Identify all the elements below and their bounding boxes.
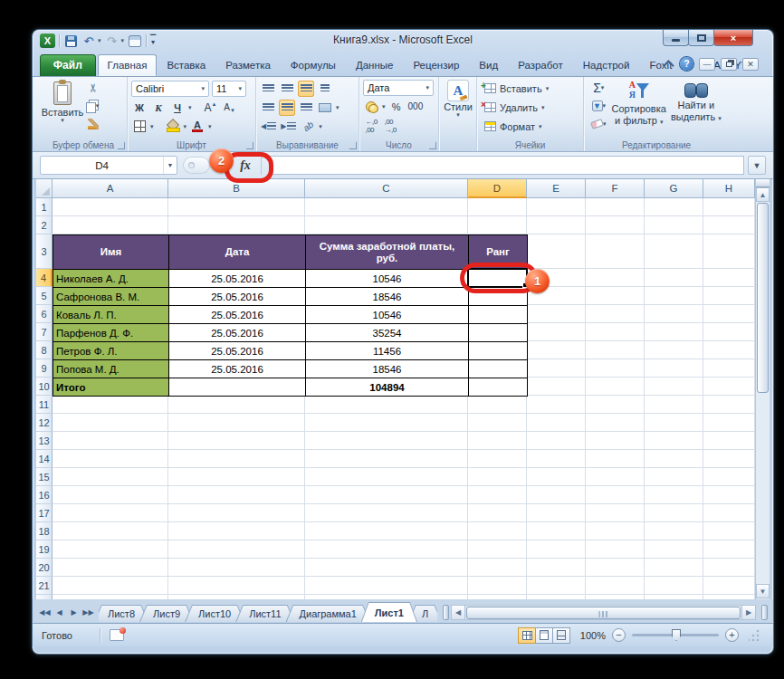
cell-H8[interactable] xyxy=(703,341,755,359)
cell-H1[interactable] xyxy=(703,198,755,216)
select-all-corner[interactable] xyxy=(36,179,53,198)
sheet-tab-лист11[interactable]: Лист11 xyxy=(235,605,294,622)
cell-G20[interactable] xyxy=(645,559,703,577)
tab-file[interactable]: Файл xyxy=(40,54,96,76)
cell-F1[interactable] xyxy=(586,198,645,216)
cell-C2[interactable] xyxy=(305,216,468,234)
accounting-dropdown-icon[interactable]: ▾ xyxy=(382,104,386,110)
cell-H6[interactable] xyxy=(703,305,755,323)
cell-G1[interactable] xyxy=(645,198,703,216)
table-cell-A3[interactable]: Имя xyxy=(53,234,169,270)
expand-formula-bar-button[interactable]: ▼ xyxy=(748,156,766,175)
cell-F7[interactable] xyxy=(586,323,645,341)
cell-H20[interactable] xyxy=(703,559,755,577)
table-cell-C3[interactable]: Сумма заработной платы, руб. xyxy=(305,234,469,270)
row-header-5[interactable]: 5 xyxy=(36,287,53,305)
cell-F4[interactable] xyxy=(586,269,645,287)
cell-B18[interactable] xyxy=(168,522,305,540)
table-cell-B6[interactable]: 25.05.2016 xyxy=(168,305,306,324)
cell-D2[interactable] xyxy=(468,216,527,234)
column-header-A[interactable]: A xyxy=(53,179,168,198)
cell-H17[interactable] xyxy=(703,504,755,522)
tab-данные[interactable]: Данные xyxy=(346,54,404,76)
cell-E9[interactable] xyxy=(527,359,586,378)
cell-C12[interactable] xyxy=(305,414,468,432)
fill-color-button[interactable] xyxy=(165,119,181,135)
fill-button[interactable]: ▼▾ xyxy=(590,98,607,114)
fill-color-dropdown-icon[interactable]: ▾ xyxy=(184,124,187,129)
cell-F3[interactable] xyxy=(586,234,645,269)
cell-B16[interactable] xyxy=(168,486,305,504)
table-cell-C9[interactable]: 18546 xyxy=(305,359,469,378)
cell-F15[interactable] xyxy=(586,468,645,486)
cell-E16[interactable] xyxy=(527,486,586,504)
cell-H3[interactable] xyxy=(703,234,755,269)
table-cell-B8[interactable]: 25.05.2016 xyxy=(168,341,306,360)
cell-E6[interactable] xyxy=(527,305,586,323)
table-cell-C6[interactable]: 10546 xyxy=(305,305,469,324)
name-box-dropdown-icon[interactable]: ▼ xyxy=(163,157,177,174)
cell-E21[interactable] xyxy=(527,577,586,595)
decrease-decimal-button[interactable]: ,00→,0 xyxy=(382,118,398,134)
zoom-slider[interactable] xyxy=(632,634,719,636)
cell-H12[interactable] xyxy=(703,414,755,432)
table-cell-D6[interactable] xyxy=(468,305,528,324)
tab-split-handle[interactable] xyxy=(443,605,449,620)
styles-button[interactable]: А Стили ▾ xyxy=(443,80,473,118)
cell-B12[interactable] xyxy=(168,414,305,432)
cell-A16[interactable] xyxy=(53,486,168,504)
macro-record-icon[interactable] xyxy=(110,629,124,641)
comma-style-button[interactable]: 000 xyxy=(407,99,425,115)
cell-D17[interactable] xyxy=(468,504,527,522)
formula-input[interactable] xyxy=(270,156,744,175)
cell-B15[interactable] xyxy=(168,468,305,486)
scroll-up-button[interactable]: ▲ xyxy=(756,187,770,202)
cell-F2[interactable] xyxy=(586,216,645,234)
table-cell-D10[interactable] xyxy=(468,378,528,397)
cell-E12[interactable] xyxy=(527,414,586,432)
merge-dropdown-icon[interactable]: ▾ xyxy=(336,105,339,110)
dialog-launcher-icon[interactable] xyxy=(429,142,436,149)
table-cell-B9[interactable]: 25.05.2016 xyxy=(168,359,306,378)
table-cell-A8[interactable]: Петров Ф. Л. xyxy=(53,341,169,360)
horizontal-scroll-thumb[interactable] xyxy=(466,607,741,619)
cell-F14[interactable] xyxy=(586,450,645,468)
cell-B13[interactable] xyxy=(168,432,305,450)
table-cell-D9[interactable] xyxy=(468,359,528,378)
cell-F18[interactable] xyxy=(586,522,645,540)
maximize-button[interactable] xyxy=(688,30,714,46)
minimize-button[interactable] xyxy=(663,30,689,46)
vertical-scrollbar[interactable]: ▲▼ xyxy=(755,179,770,599)
cell-H13[interactable] xyxy=(703,432,755,450)
shrink-font-button[interactable]: А▼ xyxy=(222,100,238,116)
cell-G5[interactable] xyxy=(645,287,703,305)
row-header-8[interactable]: 8 xyxy=(36,341,53,359)
cell-D14[interactable] xyxy=(468,450,527,468)
align-middle-button[interactable] xyxy=(279,81,295,97)
help-icon[interactable]: ? xyxy=(680,57,693,71)
percent-style-button[interactable]: % xyxy=(388,99,405,115)
scroll-left-button[interactable]: ◀ xyxy=(451,605,465,620)
paste-button[interactable]: Вставить ▾ xyxy=(43,80,81,132)
cell-B20[interactable] xyxy=(168,559,305,577)
insert-cells-button[interactable]: Вставить▾ xyxy=(484,80,579,97)
cell-A15[interactable] xyxy=(53,468,168,486)
sheet-tab-диаграмма1[interactable]: Диаграмма1 xyxy=(286,605,370,622)
cell-F20[interactable] xyxy=(586,559,645,577)
cell-F16[interactable] xyxy=(586,486,645,504)
cell-A20[interactable] xyxy=(53,559,168,577)
cell-D18[interactable] xyxy=(468,522,527,540)
cell-E17[interactable] xyxy=(527,504,586,522)
borders-dropdown-icon[interactable]: ▾ xyxy=(150,124,154,129)
increase-indent-button[interactable]: ▶ xyxy=(280,119,297,135)
table-cell-A6[interactable]: Коваль Л. П. xyxy=(53,305,169,324)
dialog-launcher-icon[interactable] xyxy=(349,142,357,149)
cell-G21[interactable] xyxy=(645,577,703,595)
cell-G13[interactable] xyxy=(645,432,703,450)
cell-D11[interactable] xyxy=(468,396,527,414)
cell-H5[interactable] xyxy=(703,287,755,305)
cell-A19[interactable] xyxy=(53,540,168,559)
cell-A17[interactable] xyxy=(53,504,168,522)
align-top-button[interactable] xyxy=(260,81,276,97)
cell-C18[interactable] xyxy=(305,522,468,540)
